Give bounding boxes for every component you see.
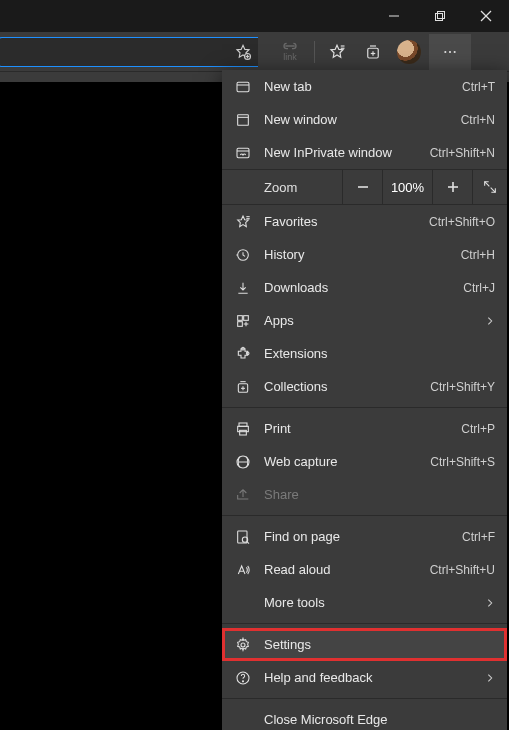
menu-label: Share	[264, 487, 495, 502]
menu-web-capture[interactable]: Web capture Ctrl+Shift+S	[222, 445, 507, 478]
find-icon	[234, 528, 252, 546]
favorites-button[interactable]	[319, 34, 355, 70]
menu-label: More tools	[264, 595, 473, 610]
gear-icon	[234, 636, 252, 654]
minimize-icon	[388, 10, 400, 22]
chevron-right-icon	[485, 316, 495, 326]
address-bar[interactable]	[0, 37, 258, 67]
close-window-button[interactable]	[463, 0, 509, 32]
zoom-in-button[interactable]	[432, 170, 472, 204]
svg-point-49	[242, 680, 243, 681]
menu-downloads[interactable]: Downloads Ctrl+J	[222, 271, 507, 304]
minus-icon	[356, 180, 370, 194]
print-icon	[234, 420, 252, 438]
history-icon	[234, 246, 252, 264]
menu-label: Close Microsoft Edge	[264, 712, 495, 727]
menu-close-edge[interactable]: Close Microsoft Edge	[222, 703, 507, 730]
menu-new-tab[interactable]: New tab Ctrl+T	[222, 70, 507, 103]
menu-shortcut: Ctrl+T	[462, 80, 495, 94]
menu-shortcut: Ctrl+H	[461, 248, 495, 262]
chevron-right-icon	[485, 673, 495, 683]
svg-rect-32	[238, 321, 243, 326]
collections-icon	[364, 43, 382, 61]
menu-label: Help and feedback	[264, 670, 473, 685]
svg-line-46	[247, 541, 249, 543]
menu-shortcut: Ctrl+Shift+O	[429, 215, 495, 229]
send-link-button: link	[270, 41, 310, 62]
svg-rect-42	[240, 430, 247, 435]
window-titlebar	[0, 0, 509, 32]
svg-point-13	[444, 50, 446, 52]
svg-point-15	[454, 50, 456, 52]
menu-print[interactable]: Print Ctrl+P	[222, 412, 507, 445]
menu-shortcut: Ctrl+N	[461, 113, 495, 127]
menu-label: Apps	[264, 313, 473, 328]
share-icon	[234, 486, 252, 504]
maximize-button[interactable]	[417, 0, 463, 32]
menu-shortcut: Ctrl+Shift+S	[430, 455, 495, 469]
menu-label: Downloads	[264, 280, 451, 295]
menu-separator	[222, 623, 507, 624]
menu-label: Read aloud	[264, 562, 418, 577]
svg-rect-18	[238, 114, 249, 125]
add-favorite-icon[interactable]	[234, 43, 252, 61]
link-icon	[282, 41, 298, 51]
menu-help[interactable]: Help and feedback	[222, 661, 507, 694]
menu-history[interactable]: History Ctrl+H	[222, 238, 507, 271]
settings-menu: New tab Ctrl+T New window Ctrl+N New InP…	[222, 70, 507, 730]
profile-button[interactable]	[391, 34, 427, 70]
menu-more-tools[interactable]: More tools	[222, 586, 507, 619]
svg-rect-20	[237, 148, 249, 157]
star-icon	[234, 213, 252, 231]
star-icon	[328, 43, 346, 61]
menu-label: Web capture	[264, 454, 418, 469]
ellipsis-icon	[442, 44, 458, 60]
menu-shortcut: Ctrl+Shift+Y	[430, 380, 495, 394]
svg-line-25	[485, 182, 490, 187]
chevron-right-icon	[485, 598, 495, 608]
browser-toolbar: link	[0, 32, 509, 72]
collections-button[interactable]	[355, 34, 391, 70]
menu-new-inprivate[interactable]: New InPrivate window Ctrl+Shift+N	[222, 136, 507, 169]
fullscreen-icon	[482, 179, 498, 195]
zoom-out-button[interactable]	[342, 170, 382, 204]
zoom-label: Zoom	[222, 170, 342, 204]
menu-shortcut: Ctrl+Shift+N	[430, 146, 495, 160]
menu-label: Extensions	[264, 346, 495, 361]
menu-label: Settings	[264, 637, 495, 652]
menu-find[interactable]: Find on page Ctrl+F	[222, 520, 507, 553]
menu-collections[interactable]: Collections Ctrl+Shift+Y	[222, 370, 507, 403]
svg-rect-31	[244, 315, 249, 320]
menu-label: New InPrivate window	[264, 145, 418, 160]
menu-favorites[interactable]: Favorites Ctrl+Shift+O	[222, 205, 507, 238]
svg-rect-30	[238, 315, 243, 320]
menu-read-aloud[interactable]: Read aloud Ctrl+Shift+U	[222, 553, 507, 586]
maximize-icon	[434, 10, 446, 22]
extensions-icon	[234, 345, 252, 363]
menu-label: Print	[264, 421, 449, 436]
menu-new-window[interactable]: New window Ctrl+N	[222, 103, 507, 136]
menu-share: Share	[222, 478, 507, 511]
collections-icon	[234, 378, 252, 396]
menu-shortcut: Ctrl+Shift+U	[430, 563, 495, 577]
close-icon	[480, 10, 492, 22]
minimize-button[interactable]	[371, 0, 417, 32]
menu-shortcut: Ctrl+P	[461, 422, 495, 436]
settings-and-more-button[interactable]	[429, 34, 471, 70]
web-capture-icon	[234, 453, 252, 471]
menu-label: Find on page	[264, 529, 450, 544]
svg-rect-16	[237, 82, 249, 91]
menu-apps[interactable]: Apps	[222, 304, 507, 337]
menu-separator	[222, 515, 507, 516]
new-tab-icon	[234, 78, 252, 96]
menu-shortcut: Ctrl+J	[463, 281, 495, 295]
apps-icon	[234, 312, 252, 330]
help-icon	[234, 669, 252, 687]
fullscreen-button[interactable]	[472, 170, 507, 204]
menu-settings[interactable]: Settings	[222, 628, 507, 661]
menu-shortcut: Ctrl+F	[462, 530, 495, 544]
menu-separator	[222, 407, 507, 408]
avatar	[397, 40, 421, 64]
menu-label: Favorites	[264, 214, 417, 229]
menu-extensions[interactable]: Extensions	[222, 337, 507, 370]
